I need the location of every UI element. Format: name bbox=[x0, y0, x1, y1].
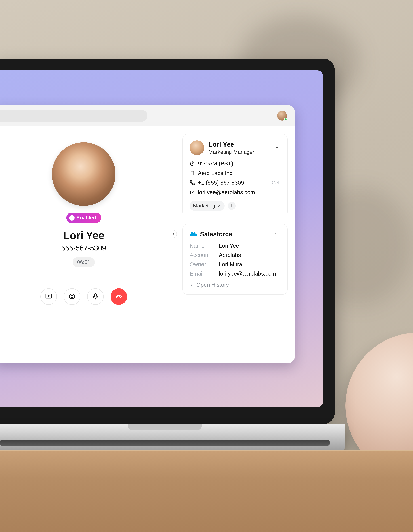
chevron-right-icon bbox=[190, 282, 194, 288]
contact-phone: +1 (555) 867-5309 bbox=[198, 180, 244, 186]
laptop-lid: AI Enabled Lori Yee 555-567-5309 06:01 bbox=[0, 58, 335, 424]
call-duration: 06:01 bbox=[73, 257, 95, 267]
screen-share-icon bbox=[45, 293, 52, 301]
salesforce-card: Salesforce Name Lori Yee bbox=[183, 224, 288, 295]
contact-company-row: Aero Labs Inc. bbox=[190, 170, 280, 176]
clock-icon bbox=[190, 161, 195, 166]
remove-tag-icon[interactable]: ✕ bbox=[217, 203, 221, 209]
salesforce-header: Salesforce bbox=[190, 230, 280, 238]
contact-card: Lori Yee Marketing Manager bbox=[183, 134, 288, 218]
ai-badge-label: Enabled bbox=[76, 215, 96, 221]
topbar bbox=[0, 105, 295, 126]
sf-email-label: Email bbox=[190, 271, 219, 277]
salesforce-fields: Name Lori Yee Account Aerolabs Owner Lor… bbox=[190, 243, 280, 277]
app-window: AI Enabled Lori Yee 555-567-5309 06:01 bbox=[0, 105, 295, 363]
sf-name-value: Lori Yee bbox=[219, 243, 280, 249]
call-panel: AI Enabled Lori Yee 555-567-5309 06:01 bbox=[0, 126, 173, 363]
presence-indicator bbox=[284, 118, 287, 121]
sf-email-value: lori.yee@aerolabs.com bbox=[219, 271, 280, 277]
contact-local-time: 9:30AM (PST) bbox=[198, 160, 233, 167]
phone-icon bbox=[190, 180, 195, 185]
search-input[interactable] bbox=[0, 110, 147, 122]
microphone-icon bbox=[92, 293, 99, 301]
building-icon bbox=[190, 171, 195, 176]
laptop-keyboard bbox=[0, 440, 330, 446]
sf-owner-label: Owner bbox=[190, 261, 219, 268]
contact-info-list: 9:30AM (PST) Aero Labs Inc. bbox=[190, 160, 280, 196]
contact-phone-row: +1 (555) 867-5309 Cell bbox=[190, 180, 280, 186]
current-user-avatar[interactable] bbox=[277, 111, 287, 121]
open-history-label: Open History bbox=[196, 282, 229, 288]
record-icon bbox=[68, 293, 76, 301]
contact-role: Marketing Manager bbox=[209, 149, 269, 155]
contact-avatar bbox=[190, 141, 204, 155]
svg-point-1 bbox=[70, 294, 74, 299]
desk-surface bbox=[0, 449, 413, 532]
chevron-down-icon bbox=[275, 232, 279, 237]
scene-background: AI Enabled Lori Yee 555-567-5309 06:01 bbox=[0, 0, 413, 532]
contact-company: Aero Labs Inc. bbox=[198, 170, 234, 176]
caller-avatar bbox=[52, 142, 115, 206]
add-tag-button[interactable]: + bbox=[228, 202, 236, 210]
contact-name: Lori Yee bbox=[209, 141, 269, 148]
chevron-up-icon bbox=[275, 145, 279, 151]
sf-account-label: Account bbox=[190, 252, 219, 258]
contact-header: Lori Yee Marketing Manager bbox=[190, 141, 280, 155]
caller-name: Lori Yee bbox=[63, 229, 104, 242]
collapse-panel-button[interactable] bbox=[173, 230, 177, 238]
contact-phone-type: Cell bbox=[272, 180, 280, 186]
laptop: AI Enabled Lori Yee 555-567-5309 06:01 bbox=[0, 58, 335, 454]
open-history-button[interactable]: Open History bbox=[190, 282, 280, 288]
call-controls bbox=[40, 288, 127, 305]
sf-owner-value: Lori Mitra bbox=[219, 261, 280, 268]
contact-tags: Marketing ✕ + bbox=[190, 201, 280, 211]
hangup-button[interactable] bbox=[110, 288, 127, 305]
salesforce-icon bbox=[190, 232, 197, 237]
mute-button[interactable] bbox=[87, 288, 104, 305]
laptop-screen: AI Enabled Lori Yee 555-567-5309 06:01 bbox=[0, 70, 323, 407]
svg-rect-3 bbox=[94, 294, 96, 297]
svg-rect-5 bbox=[191, 171, 194, 175]
collapse-contact-button[interactable] bbox=[274, 144, 280, 151]
ai-icon: AI bbox=[69, 215, 74, 220]
contact-email-row: lori.yee@aerolabs.com bbox=[190, 189, 280, 196]
plus-icon: + bbox=[230, 203, 233, 209]
laptop-base bbox=[0, 424, 346, 454]
salesforce-title: Salesforce bbox=[200, 230, 270, 238]
arrow-right-icon bbox=[173, 232, 175, 236]
sf-account-value: Aerolabs bbox=[219, 252, 280, 258]
caller-number: 555-567-5309 bbox=[61, 244, 106, 252]
collapse-salesforce-button[interactable] bbox=[274, 231, 280, 238]
record-button[interactable] bbox=[64, 288, 80, 305]
screen-share-button[interactable] bbox=[40, 288, 57, 305]
contact-email: lori.yee@aerolabs.com bbox=[198, 189, 255, 196]
tag-label: Marketing bbox=[193, 203, 215, 209]
contact-side-panel: Lori Yee Marketing Manager bbox=[173, 126, 295, 363]
tag-chip[interactable]: Marketing ✕ bbox=[190, 201, 225, 211]
laptop-notch bbox=[128, 424, 202, 430]
ai-enabled-badge[interactable]: AI Enabled bbox=[66, 213, 101, 223]
contact-local-time-row: 9:30AM (PST) bbox=[190, 160, 280, 167]
app-body: AI Enabled Lori Yee 555-567-5309 06:01 bbox=[0, 126, 295, 363]
sf-name-label: Name bbox=[190, 243, 219, 249]
mail-icon bbox=[190, 190, 195, 195]
hangup-icon bbox=[115, 293, 122, 301]
svg-point-2 bbox=[71, 295, 73, 297]
